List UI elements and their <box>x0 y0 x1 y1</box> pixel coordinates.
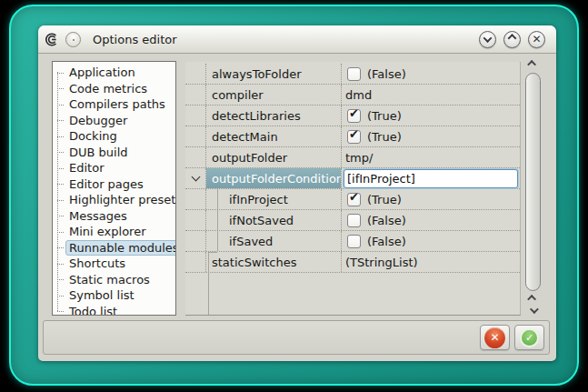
tree-indent-guide <box>208 252 209 315</box>
scroll-up-button[interactable] <box>523 56 543 69</box>
property-value[interactable]: ✔ (True) <box>341 126 520 146</box>
property-row-staticSwitches: staticSwitches (TStringList) <box>185 252 520 273</box>
coedit-logo-icon <box>44 32 59 47</box>
sidebar-item-dub-build[interactable]: DUB build <box>53 145 175 161</box>
close-icon: ✕ <box>532 34 541 45</box>
property-row-detectLibraries: detectLibraries ✔ (True) <box>185 106 520 126</box>
checkbox-checked-icon[interactable]: ✔ <box>347 193 361 206</box>
sidebar-item-messages[interactable]: Messages <box>53 208 175 225</box>
property-row-compiler: compiler dmd <box>185 85 520 106</box>
sidebar-item-mini-explorer[interactable]: Mini explorer <box>53 224 175 240</box>
sidebar-item-shortcuts[interactable]: Shortcuts <box>53 256 175 272</box>
chevron-down-icon <box>483 34 493 43</box>
tree-indent-guide <box>208 252 217 253</box>
property-value[interactable]: (False) <box>341 210 520 230</box>
chevron-up-icon <box>527 294 536 303</box>
sidebar-item-static-macros[interactable]: Static macros <box>53 272 175 288</box>
footer-bar: ✕ ✓ <box>43 320 550 355</box>
checkbox-checked-icon[interactable]: ✔ <box>347 130 361 144</box>
property-row-detectMain: detectMain ✔ (True) <box>185 126 520 147</box>
property-name[interactable]: ifSaved <box>206 231 341 251</box>
scroll-up-button-bottom[interactable] <box>523 291 543 304</box>
checkbox-checked-icon[interactable]: ✔ <box>347 109 361 123</box>
property-name[interactable]: staticSwitches <box>206 252 341 272</box>
property-value[interactable]: (False) <box>341 231 520 251</box>
value-label: (False) <box>367 67 406 81</box>
window-title: Options editor <box>93 33 177 46</box>
property-name[interactable]: outputFolder <box>206 147 341 167</box>
property-value[interactable]: (False) <box>341 64 520 84</box>
screenshot-root: Options editor ✕ Application Code metric… <box>0 0 588 392</box>
scroll-down-button[interactable] <box>523 304 543 317</box>
property-row-ifSaved: ifSaved (False) <box>185 231 520 252</box>
sidebar-item-runnable-modules[interactable]: Runnable modules <box>53 240 175 256</box>
titlebar[interactable]: Options editor ✕ <box>38 25 556 54</box>
expander-collapse-icon[interactable] <box>191 173 200 182</box>
property-row-ifNotSaved: ifNotSaved (False) <box>185 210 520 231</box>
scrollbar-thumb[interactable] <box>525 73 541 291</box>
value-label: (False) <box>367 214 406 227</box>
tree-indent-guide <box>217 189 218 252</box>
value-label: tmp/ <box>345 151 373 165</box>
sidebar-item-editor-pages[interactable]: Editor pages <box>53 176 175 193</box>
category-tree: Application Code metrics Compilers paths… <box>53 62 175 316</box>
property-value[interactable]: ✔ (True) <box>341 106 520 126</box>
check-icon: ✔ <box>349 106 359 120</box>
options-editor-window: Options editor ✕ Application Code metric… <box>38 25 556 361</box>
value-edit-input[interactable] <box>344 169 518 188</box>
property-name[interactable]: alwaysToFolder <box>206 64 341 84</box>
sidebar-item-highlighter-presets[interactable]: Highlighter presets <box>53 192 175 208</box>
sidebar-item-todo-list[interactable]: Todo list <box>53 304 175 317</box>
chevron-down-icon <box>530 305 539 314</box>
property-name[interactable]: detectLibraries <box>206 106 341 126</box>
window-menu-button[interactable] <box>65 32 81 47</box>
property-value[interactable]: (TStringList) <box>341 252 520 272</box>
accept-button[interactable]: ✓ <box>514 325 544 350</box>
sidebar-item-docking[interactable]: Docking <box>53 128 175 145</box>
property-name[interactable]: ifNotSaved <box>206 210 341 230</box>
property-name[interactable]: compiler <box>206 85 341 105</box>
window-controls: ✕ <box>479 31 545 48</box>
property-value[interactable]: dmd <box>341 85 520 105</box>
value-label: (False) <box>367 235 406 248</box>
checkbox-unchecked-icon[interactable] <box>347 235 361 248</box>
property-value[interactable]: ✔ (True) <box>341 189 520 209</box>
cancel-button[interactable]: ✕ <box>480 325 510 350</box>
sidebar-item-debugger[interactable]: Debugger <box>53 113 175 129</box>
sidebar-item-compilers-paths[interactable]: Compilers paths <box>53 96 175 113</box>
property-name-selected[interactable]: outputFolderConditions <box>206 168 341 188</box>
value-label: (True) <box>367 109 402 123</box>
value-label: (True) <box>367 130 402 144</box>
checkbox-unchecked-icon[interactable] <box>347 214 361 227</box>
value-label: dmd <box>345 88 372 102</box>
property-name[interactable]: ifInProject <box>206 189 341 209</box>
value-label: (TStringList) <box>345 256 418 269</box>
sidebar-item-application[interactable]: Application <box>53 65 175 81</box>
property-value[interactable]: tmp/ <box>341 147 520 167</box>
ok-circle-icon: ✓ <box>520 328 539 347</box>
property-value <box>341 168 520 188</box>
check-icon: ✔ <box>349 190 359 204</box>
scrollbar-track[interactable] <box>523 69 543 291</box>
grid-vertical-scrollbar <box>523 56 543 317</box>
chevron-up-icon <box>508 34 517 43</box>
property-grid: alwaysToFolder (False) compiler dmd dete… <box>185 62 521 316</box>
chevron-up-icon <box>527 59 536 68</box>
property-row-alwaysToFolder: alwaysToFolder (False) <box>185 64 520 85</box>
sidebar-item-code-metrics[interactable]: Code metrics <box>53 81 175 97</box>
category-panel: Application Code metrics Compilers paths… <box>52 61 176 316</box>
property-row-ifInProject: ifInProject ✔ (True) <box>185 189 520 210</box>
checkbox-unchecked-icon[interactable] <box>347 67 361 81</box>
cancel-circle-icon: ✕ <box>484 327 505 348</box>
value-label: (True) <box>367 193 402 206</box>
property-name[interactable]: detectMain <box>206 126 341 146</box>
shade-up-button[interactable] <box>503 31 521 48</box>
property-row-outputFolder: outputFolder tmp/ <box>185 147 520 168</box>
sidebar-item-editor[interactable]: Editor <box>53 160 175 176</box>
close-window-button[interactable]: ✕ <box>528 31 545 48</box>
check-icon: ✔ <box>349 127 359 141</box>
sidebar-item-symbol-list[interactable]: Symbol list <box>53 287 175 304</box>
shade-down-button[interactable] <box>479 31 496 48</box>
property-row-outputFolderConditions: outputFolderConditions <box>185 168 520 189</box>
